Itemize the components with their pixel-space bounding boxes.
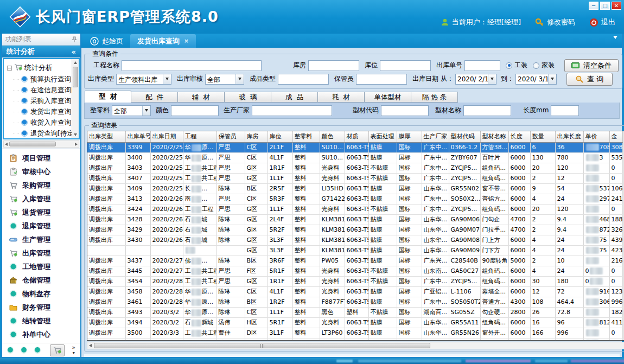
sidebar-item-退库管理[interactable]: 退库管理: [2, 219, 80, 233]
module-cart-button[interactable]: [50, 344, 65, 356]
table-row[interactable]: 调拨出库34242020/2/26工工程严思G区1L1F整料光身料6063-T5…: [87, 204, 622, 214]
material-tab[interactable]: 单体型材: [365, 92, 411, 103]
column-header[interactable]: 长度: [508, 131, 530, 142]
tree-item[interactable]: 发货出库查询: [7, 106, 71, 117]
radio-home[interactable]: [533, 62, 539, 69]
order-no-input[interactable]: [464, 60, 500, 71]
close-button[interactable]: ✕: [612, 2, 621, 10]
date-to-picker[interactable]: 2020/ 3/16: [515, 74, 557, 85]
column-header[interactable]: 出库长度: [555, 131, 583, 142]
table-row[interactable]: 调拨出库34542020/2/28工共工程严思G区1R1F整料光身料6063-T…: [87, 276, 622, 286]
module-dot-icon[interactable]: [34, 347, 41, 354]
table-row[interactable]: 调拨出库34292020/2/26石城陈琳G区5R2F整料KLM38176063…: [87, 225, 622, 235]
column-header[interactable]: 保管员: [217, 131, 245, 142]
table-row[interactable]: 调拨出库35102020/3/4工共工程陈琳F区5R1F整料光身料6063-T5…: [87, 338, 622, 340]
sidebar-item-入库管理[interactable]: 入库管理: [2, 192, 80, 206]
module-dot-icon[interactable]: [21, 347, 27, 354]
sidebar-item-仓储管理[interactable]: 仓储管理: [2, 273, 80, 287]
column-header[interactable]: 出库单号: [125, 131, 150, 142]
tab-shipment-outbound-query[interactable]: 发货出库查询 ×: [130, 34, 196, 48]
profile-code-input[interactable]: [381, 105, 429, 116]
table-row[interactable]: G区3L3F整料KLM38176063-T5贴膜国标山东华...GA90M09.…: [87, 245, 622, 256]
tree-item[interactable]: 采购入库查询: [7, 95, 71, 106]
sidebar-item-审核中心[interactable]: 审核中心: [2, 165, 80, 178]
table-row[interactable]: 调拨出库34002020/2/25华原...严思C区4L1F整料SU10...6…: [87, 152, 622, 163]
minimize-button[interactable]: ─: [589, 2, 598, 10]
column-header[interactable]: 工程: [183, 131, 217, 142]
sidebar-item-项目管理[interactable]: 项目管理: [2, 151, 80, 165]
audit-combo[interactable]: 全部: [205, 74, 244, 85]
length-input[interactable]: [551, 105, 579, 116]
table-row[interactable]: 调拨出库34372020/2/27佛...陈琳B区3R6F整料PW056063-…: [87, 256, 622, 266]
sidebar-item-补单中心[interactable]: 补单中心: [2, 328, 80, 341]
table-row[interactable]: 调拨出库34132020/2/26南...严思C区5R3F整料G71422606…: [87, 194, 622, 204]
tree-vertical-scrollbar[interactable]: [72, 59, 79, 138]
table-row[interactable]: 调拨出库33992020/2/25华原...严思C区2L1F整料SU10...6…: [87, 142, 622, 152]
tree-root[interactable]: 统计分析: [7, 62, 71, 74]
maximize-button[interactable]: □: [600, 2, 610, 10]
column-header[interactable]: 颜色: [320, 131, 345, 142]
material-tab[interactable]: 玻 璃: [225, 92, 271, 103]
keeper-input[interactable]: [356, 74, 407, 85]
material-tab[interactable]: 成 品: [271, 92, 318, 103]
tree-item[interactable]: 在途信息查询[待: [7, 85, 71, 95]
tree-item[interactable]: 收货入库查询: [7, 117, 71, 128]
column-header[interactable]: 生产厂家: [422, 131, 449, 142]
out-type-combo[interactable]: 生产领料出库: [116, 74, 171, 85]
table-row[interactable]: 调拨出库34302020/2/26石城陈琳G区3L3F整料KLM38176063…: [87, 235, 622, 245]
tab-close-icon[interactable]: ×: [184, 37, 189, 44]
table-row[interactable]: 调拨出库34452020/2/27工共工程严思F区5R1F整料光身料6063-T…: [87, 266, 622, 276]
material-tab[interactable]: 辅 材: [178, 92, 225, 103]
collapse-sidebar-button[interactable]: «: [72, 48, 76, 56]
product-type-input[interactable]: [278, 74, 329, 85]
tab-start-page[interactable]: 起始页: [83, 34, 130, 48]
column-header[interactable]: 整零料: [292, 131, 320, 142]
sidebar-item-物料盘存[interactable]: 物料盘存: [2, 287, 80, 301]
column-header[interactable]: 单价: [583, 131, 609, 142]
tab-list-dropdown-icon[interactable]: [613, 39, 617, 49]
material-tab[interactable]: 隔 热 条: [411, 92, 458, 103]
clear-conditions-button[interactable]: 清空条件: [564, 59, 619, 72]
sidebar-item-采购管理[interactable]: 采购管理: [2, 178, 80, 192]
material-tab[interactable]: 耗 材: [318, 92, 365, 103]
warehouse-input[interactable]: [308, 60, 359, 71]
column-header[interactable]: 出库日期: [150, 131, 183, 142]
sidebar-item-退货管理[interactable]: 退货管理: [2, 206, 80, 219]
project-name-input[interactable]: [122, 60, 262, 71]
material-tab[interactable]: 型 材: [85, 91, 131, 103]
color-input[interactable]: [171, 105, 219, 116]
search-button[interactable]: 查 询: [566, 73, 613, 86]
more-modules-button[interactable]: »▾: [72, 345, 75, 355]
profile-name-input[interactable]: [463, 105, 511, 116]
material-tab[interactable]: 配 件: [131, 92, 178, 103]
column-header[interactable]: 库房: [245, 131, 268, 142]
tree-item[interactable]: 预算执行查询: [7, 74, 71, 85]
pin-icon[interactable]: [72, 36, 77, 43]
logout-button[interactable]: 退出: [589, 17, 615, 27]
column-header[interactable]: 膜厚: [397, 131, 422, 142]
table-row[interactable]: 调拨出库34612020/2/28华原...陈琳B区1R2F整料F8877FT6…: [87, 297, 622, 307]
column-header[interactable]: 表面处理: [368, 131, 397, 142]
table-row[interactable]: 调拨出库34282020/2/26石城陈琳G区2L4F整料KLM38176063…: [87, 214, 622, 225]
column-header[interactable]: 材质: [345, 131, 368, 142]
table-horizontal-scrollbar[interactable]: [87, 342, 624, 349]
column-header[interactable]: 数量: [530, 131, 555, 142]
tree-item[interactable]: 退库管理[待定]: [7, 139, 71, 139]
table-row[interactable]: 调拨出库34072020/2/25工共工程严思G区1L1F整料光身料6063-T…: [87, 173, 622, 183]
date-from-picker[interactable]: 2020/ 2/16: [455, 74, 496, 85]
table-row[interactable]: 调拨出库34932020/3/2华原...陈琳C区1L1F整料黑色塑料不贴膜国标…: [87, 307, 622, 317]
tree-horizontal-scrollbar[interactable]: [3, 141, 79, 148]
sidebar-item-财务管理[interactable]: 财务管理: [2, 301, 80, 314]
sidebar-item-生产管理[interactable]: 生产管理: [2, 233, 80, 246]
column-header[interactable]: 型材代码: [449, 131, 480, 142]
manufacturer-input[interactable]: [252, 105, 332, 116]
module-dot-icon[interactable]: [7, 347, 14, 354]
tree-expander-icon[interactable]: [7, 66, 12, 71]
whole-piece-combo[interactable]: 全部: [112, 105, 151, 116]
table-row[interactable]: 调拨出库34582020/2/28华原...陈琳C区4L1F整料光身料6063-…: [87, 286, 622, 297]
radio-industrial[interactable]: [506, 62, 512, 69]
table-row[interactable]: 调拨出库34032020/2/25工共工程严思G区1R1F整料光身料6063-T…: [87, 163, 622, 173]
table-row[interactable]: 调拨出库34942020/3/2石辉城汤伟H区5R1F整料光身料6063-T5贴…: [87, 317, 622, 328]
tree-item[interactable]: 退货查询[待定]: [7, 128, 71, 139]
location-input[interactable]: [380, 60, 431, 71]
